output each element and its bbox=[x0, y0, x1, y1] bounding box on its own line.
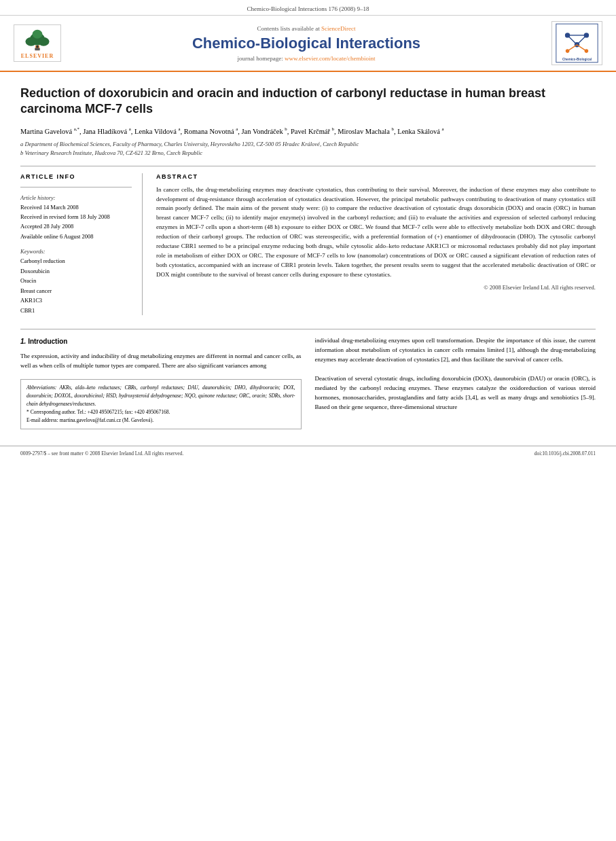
intro-col-left: 1. Introduction The expression, activity… bbox=[20, 336, 302, 429]
corresponding-text: * Corresponding author. Tel.: +420 49506… bbox=[26, 409, 170, 415]
email-footnote: E-mail address: martina.gavelova@faf.cun… bbox=[26, 416, 295, 425]
intro-col-right: individual drug-metabolizing enzymes upo… bbox=[315, 336, 596, 429]
abbreviations-footnote: Abbreviations: AKRs, aldo–keto reductase… bbox=[26, 384, 295, 408]
sciencedirect-line: Contents lists available at ScienceDirec… bbox=[61, 25, 551, 32]
citation-text: Chemico-Biological Interactions 176 (200… bbox=[247, 5, 369, 12]
footnotes-box: Abbreviations: AKRs, aldo–keto reductase… bbox=[20, 379, 302, 429]
article-title: Reduction of doxorubicin and oracin and … bbox=[20, 86, 596, 118]
intro-paragraph-right: individual drug-metabolizing enzymes upo… bbox=[315, 336, 596, 365]
svg-point-4 bbox=[33, 29, 43, 38]
journal-banner: ELSEVIER Contents lists available at Sci… bbox=[0, 16, 616, 72]
journal-citation: Chemico-Biological Interactions 176 (200… bbox=[0, 0, 616, 16]
homepage-label: journal homepage: bbox=[238, 55, 283, 62]
elsevier-text: ELSEVIER bbox=[21, 53, 54, 59]
issn-text: 0009-2797/$ – see front matter © 2008 El… bbox=[20, 450, 183, 457]
keywords-label: Keywords: bbox=[20, 248, 132, 255]
revised-date: Received in revised form 18 July 2008 bbox=[20, 212, 132, 221]
keyword-2: Doxorubicin bbox=[20, 266, 132, 276]
abbreviations-text: Abbreviations: AKRs, aldo–keto reductase… bbox=[26, 384, 295, 407]
received-date: Received 14 March 2008 bbox=[20, 202, 132, 212]
svg-point-2 bbox=[26, 37, 37, 46]
sciencedirect-prefix: Contents lists available at bbox=[257, 25, 320, 32]
affiliation-a: a Department of Biochemical Sciences, Fa… bbox=[20, 140, 596, 149]
keyword-6: CBR1 bbox=[20, 306, 132, 315]
svg-point-5 bbox=[36, 45, 39, 48]
elsevier-tree-icon bbox=[17, 28, 58, 52]
intro-columns: 1. Introduction The expression, activity… bbox=[20, 336, 596, 429]
intro-paragraph-right-2: Deactivation of several cytostatic drugs… bbox=[315, 374, 596, 412]
bottom-footer: 0009-2797/$ – see front matter © 2008 El… bbox=[0, 446, 616, 461]
accepted-date: Accepted 28 July 2008 bbox=[20, 221, 132, 231]
keyword-4: Breast cancer bbox=[20, 286, 132, 296]
affiliation-b: b Veterinary Research Institute, Hudcova… bbox=[20, 149, 596, 158]
doi-text: doi:10.1016/j.cbi.2008.07.011 bbox=[535, 450, 596, 457]
introduction-section: 1. Introduction The expression, activity… bbox=[20, 329, 596, 429]
journal-main-title: Chemico-Biological Interactions bbox=[61, 35, 551, 52]
footer-doi: doi:10.1016/j.cbi.2008.07.011 bbox=[535, 450, 596, 457]
date-received: Received 14 March 2008 Received in revis… bbox=[20, 202, 132, 242]
homepage-link[interactable]: www.elsevier.com/locate/chembioint bbox=[285, 55, 375, 62]
corresponding-footnote: * Corresponding author. Tel.: +420 49506… bbox=[26, 408, 295, 416]
abstract-title: ABSTRACT bbox=[156, 173, 596, 180]
intro-paragraph-1: The expression, activity and inducibilit… bbox=[20, 352, 302, 371]
keyword-3: Oracin bbox=[20, 276, 132, 285]
article-info-column: ARTICLE INFO Article history: Received 1… bbox=[20, 173, 143, 315]
abstract-text: In cancer cells, the drug-metabolizing e… bbox=[156, 185, 596, 280]
section-heading: 1. Introduction bbox=[20, 336, 302, 347]
section-number: 1. bbox=[20, 338, 26, 345]
copyright: © 2008 Elsevier Ireland Ltd. All rights … bbox=[156, 284, 596, 291]
available-date: Available online 6 August 2008 bbox=[20, 232, 132, 241]
main-content: Reduction of doxorubicin and oracin and … bbox=[0, 72, 616, 443]
keyword-5: AKR1C3 bbox=[20, 296, 132, 305]
journal-logo-right: Chemico-Biological bbox=[551, 21, 602, 65]
elsevier-logo-box: ELSEVIER bbox=[14, 24, 61, 62]
journal-logo-icon: Chemico-Biological bbox=[555, 21, 599, 65]
journal-homepage: journal homepage: www.elsevier.com/locat… bbox=[61, 55, 551, 62]
section-title: Introduction bbox=[28, 338, 67, 345]
article-info-title: ARTICLE INFO bbox=[20, 173, 132, 180]
footer-issn: 0009-2797/$ – see front matter © 2008 El… bbox=[20, 450, 183, 457]
email-text: E-mail address: martina.gavelova@faf.cun… bbox=[26, 417, 153, 423]
svg-point-3 bbox=[38, 37, 50, 46]
divider-info bbox=[20, 187, 132, 187]
authors: Martina Gavelová a,*, Jana Hladíková a, … bbox=[20, 126, 596, 137]
journal-title-center: Contents lists available at ScienceDirec… bbox=[61, 25, 551, 62]
keywords-section: Keywords: Carbonyl reduction Doxorubicin… bbox=[20, 248, 132, 315]
affiliations: a Department of Biochemical Sciences, Fa… bbox=[20, 140, 596, 158]
history-label: Article history: bbox=[20, 194, 132, 201]
elsevier-logo: ELSEVIER bbox=[14, 24, 61, 62]
svg-rect-6 bbox=[35, 48, 39, 50]
divider-after-affiliations bbox=[20, 166, 596, 166]
keyword-1: Carbonyl reduction bbox=[20, 256, 132, 266]
article-info-abstract: ARTICLE INFO Article history: Received 1… bbox=[20, 173, 596, 315]
sciencedirect-link[interactable]: ScienceDirect bbox=[321, 25, 355, 32]
svg-text:Chemico-Biological: Chemico-Biological bbox=[562, 58, 592, 61]
abstract-section: ABSTRACT In cancer cells, the drug-metab… bbox=[156, 173, 596, 315]
